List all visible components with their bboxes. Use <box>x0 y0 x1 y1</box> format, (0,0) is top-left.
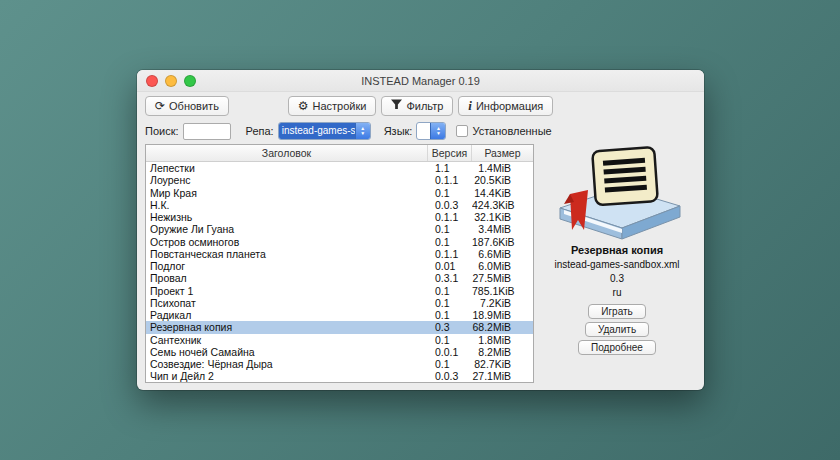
table-row[interactable]: Лепестки1.11.4MiB <box>146 162 533 174</box>
search-label: Поиск: <box>145 125 179 137</box>
table-row[interactable]: Н.К.0.0.3424.3KiB <box>146 199 533 211</box>
combo-arrows-icon[interactable]: ▲ ▼ <box>430 123 445 139</box>
cell-title: Лоуренс <box>146 174 428 186</box>
cell-version: 0.0.1 <box>428 346 472 358</box>
refresh-icon: ⟳ <box>155 101 165 111</box>
detail-language: ru <box>534 287 700 298</box>
language-combobox-value <box>417 123 430 139</box>
language-combobox[interactable]: ▲ ▼ <box>416 122 446 140</box>
detail-game-title: Резервная копия <box>534 244 700 256</box>
game-details-panel: Резервная копия instead-games-sandbox.xm… <box>534 144 700 355</box>
cell-version: 0.1 <box>428 236 472 248</box>
zoom-button[interactable] <box>184 75 196 87</box>
info-icon: i <box>468 101 472 111</box>
cell-version: 0.3.1 <box>428 272 472 284</box>
cell-version: 0.0.3 <box>428 370 472 382</box>
repo-combobox[interactable]: instead-games-sand ▲ ▼ <box>278 122 371 140</box>
detail-version: 0.3 <box>534 273 700 284</box>
arrow-down-icon: ▼ <box>436 131 441 136</box>
more-info-button[interactable]: Подробнее <box>578 340 656 355</box>
table-row[interactable]: Резервная копия0.368.2MiB <box>146 321 533 333</box>
table-header: Заголовок Версия Размер <box>146 145 533 162</box>
filter-button-label: Фильтр <box>406 100 443 112</box>
table-row[interactable]: Мир Края0.114.4KiB <box>146 187 533 199</box>
cell-version: 1.1 <box>428 162 472 174</box>
window-title: INSTEAD Manager 0.19 <box>361 75 480 87</box>
combo-arrows-icon[interactable]: ▲ ▼ <box>355 123 370 139</box>
table-row[interactable]: Нежизнь0.1.132.1KiB <box>146 211 533 223</box>
window-titlebar[interactable]: INSTEAD Manager 0.19 <box>137 70 704 92</box>
table-row[interactable]: Чип и Дейл 20.0.327.1MiB <box>146 370 533 382</box>
table-row[interactable]: Радикал0.118.9MiB <box>146 309 533 321</box>
cell-version: 0.1 <box>428 285 472 297</box>
table-row[interactable]: Созвездие: Чёрная Дыра0.182.7KiB <box>146 358 533 370</box>
cell-title: Психопат <box>146 297 428 309</box>
games-table: Заголовок Версия Размер Лепестки1.11.4Mi… <box>145 144 534 383</box>
cell-version: 0.1 <box>428 334 472 346</box>
column-header-version[interactable]: Версия <box>428 145 472 161</box>
language-label: Язык: <box>384 125 413 137</box>
cell-title: Радикал <box>146 309 428 321</box>
search-input[interactable] <box>183 123 231 140</box>
table-row[interactable]: Провал0.3.127.5MiB <box>146 272 533 284</box>
detail-repo-file: instead-games-sandbox.xml <box>534 259 700 270</box>
installed-checkbox[interactable] <box>456 125 468 137</box>
delete-button[interactable]: Удалить <box>585 322 649 337</box>
cell-title: Повстанческая планета <box>146 248 428 260</box>
desktop-background: INSTEAD Manager 0.19 ⟳ Обновить ⚙ Настро… <box>0 0 840 460</box>
cell-version: 0.1 <box>428 358 472 370</box>
column-header-title[interactable]: Заголовок <box>146 145 428 161</box>
cell-version: 0.1 <box>428 187 472 199</box>
cell-size: 1.4MiB <box>472 162 533 174</box>
cell-version: 0.01 <box>428 260 472 272</box>
cell-size: 20.5KiB <box>472 174 533 186</box>
cell-version: 0.1 <box>428 297 472 309</box>
table-row[interactable]: Лоуренс0.1.120.5KiB <box>146 174 533 186</box>
refresh-button[interactable]: ⟳ Обновить <box>145 96 229 116</box>
cell-title: Мир Края <box>146 187 428 199</box>
close-button[interactable] <box>146 75 158 87</box>
cell-version: 0.1.1 <box>428 211 472 223</box>
table-row[interactable]: Подлог0.016.0MiB <box>146 260 533 272</box>
filter-funnel-icon <box>391 99 402 112</box>
table-row[interactable]: Оружие Ли Гуана0.13.4MiB <box>146 223 533 235</box>
table-row[interactable]: Остров осминогов0.1187.6KiB <box>146 236 533 248</box>
cell-title: Подлог <box>146 260 428 272</box>
cell-size: 6.0MiB <box>472 260 533 272</box>
cell-version: 0.1.1 <box>428 248 472 260</box>
cell-size: 27.5MiB <box>472 272 533 284</box>
cell-size: 187.6KiB <box>472 236 533 248</box>
table-row[interactable]: Семь ночей Самайна0.0.18.2MiB <box>146 346 533 358</box>
cell-size: 27.1MiB <box>472 370 533 382</box>
cell-title: Нежизнь <box>146 211 428 223</box>
refresh-button-label: Обновить <box>169 100 219 112</box>
game-book-icon <box>542 146 692 241</box>
cell-size: 14.4KiB <box>472 187 533 199</box>
play-button[interactable]: Играть <box>588 304 646 319</box>
cell-size: 18.9MiB <box>472 309 533 321</box>
repo-combobox-value: instead-games-sand <box>279 123 355 139</box>
cell-size: 8.2MiB <box>472 346 533 358</box>
instead-manager-window: INSTEAD Manager 0.19 ⟳ Обновить ⚙ Настро… <box>137 70 704 390</box>
traffic-lights <box>146 75 196 87</box>
cell-title: Резервная копия <box>146 321 428 333</box>
cell-title: Н.К. <box>146 199 428 211</box>
column-header-size[interactable]: Размер <box>472 145 533 161</box>
cell-title: Созвездие: Чёрная Дыра <box>146 358 428 370</box>
table-row[interactable]: Сантехник0.11.8MiB <box>146 334 533 346</box>
minimize-button[interactable] <box>165 75 177 87</box>
cell-title: Лепестки <box>146 162 428 174</box>
cell-version: 0.0.3 <box>428 199 472 211</box>
cell-size: 3.4MiB <box>472 223 533 235</box>
table-row[interactable]: Психопат0.17.2KiB <box>146 297 533 309</box>
table-row[interactable]: Проект 10.1785.1KiB <box>146 285 533 297</box>
cell-size: 7.2KiB <box>472 297 533 309</box>
cell-title: Сантехник <box>146 334 428 346</box>
cell-size: 6.6MiB <box>472 248 533 260</box>
cell-version: 0.3 <box>428 321 472 333</box>
settings-button[interactable]: ⚙ Настройки <box>288 96 377 116</box>
filter-button[interactable]: Фильтр <box>381 96 453 116</box>
cell-version: 0.1.1 <box>428 174 472 186</box>
table-row[interactable]: Повстанческая планета0.1.16.6MiB <box>146 248 533 260</box>
info-button[interactable]: i Информация <box>458 96 553 116</box>
